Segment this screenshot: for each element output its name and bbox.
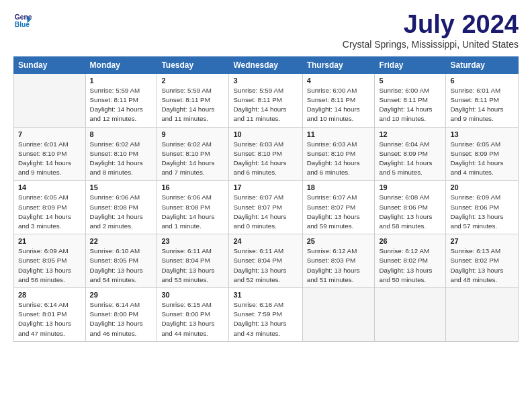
- day-info: Sunrise: 6:02 AM Sunset: 8:10 PM Dayligh…: [161, 140, 224, 178]
- cell-w1-d7: 6Sunrise: 6:01 AM Sunset: 8:11 PM Daylig…: [446, 73, 519, 127]
- day-info: Sunrise: 6:05 AM Sunset: 8:09 PM Dayligh…: [18, 193, 81, 231]
- day-number: 15: [90, 183, 153, 191]
- cell-w1-d1: [14, 73, 86, 127]
- day-number: 28: [18, 291, 81, 299]
- cell-w3-d6: 19Sunrise: 6:08 AM Sunset: 8:06 PM Dayli…: [375, 181, 446, 234]
- day-info: Sunrise: 6:00 AM Sunset: 8:11 PM Dayligh…: [379, 86, 441, 124]
- cell-w5-d1: 28Sunrise: 6:14 AM Sunset: 8:01 PM Dayli…: [14, 288, 86, 342]
- cell-w2-d3: 9Sunrise: 6:02 AM Sunset: 8:10 PM Daylig…: [157, 127, 229, 181]
- day-number: 10: [233, 130, 298, 138]
- day-number: 21: [18, 237, 81, 245]
- col-header-friday: Friday: [375, 56, 446, 73]
- day-number: 22: [90, 237, 153, 245]
- day-number: 30: [161, 291, 224, 299]
- day-number: 6: [450, 77, 514, 85]
- day-info: Sunrise: 6:12 AM Sunset: 8:03 PM Dayligh…: [307, 246, 371, 285]
- header-row: SundayMondayTuesdayWednesdayThursdayFrid…: [14, 56, 519, 73]
- week-row-5: 28Sunrise: 6:14 AM Sunset: 8:01 PM Dayli…: [14, 288, 519, 342]
- cell-w4-d1: 21Sunrise: 6:09 AM Sunset: 8:05 PM Dayli…: [14, 234, 86, 288]
- day-info: Sunrise: 6:09 AM Sunset: 8:06 PM Dayligh…: [450, 193, 514, 231]
- day-number: 7: [18, 130, 81, 138]
- day-number: 11: [307, 130, 371, 138]
- cell-w1-d4: 3Sunrise: 5:59 AM Sunset: 8:11 PM Daylig…: [229, 73, 302, 127]
- cell-w4-d6: 26Sunrise: 6:12 AM Sunset: 8:02 PM Dayli…: [375, 234, 446, 288]
- day-number: 2: [161, 77, 224, 85]
- cell-w3-d1: 14Sunrise: 6:05 AM Sunset: 8:09 PM Dayli…: [14, 181, 86, 234]
- day-info: Sunrise: 6:16 AM Sunset: 7:59 PM Dayligh…: [233, 300, 298, 338]
- cell-w4-d4: 24Sunrise: 6:11 AM Sunset: 8:04 PM Dayli…: [229, 234, 302, 288]
- cell-w5-d6: [375, 288, 446, 342]
- day-number: 5: [379, 77, 441, 85]
- day-number: 17: [233, 183, 298, 191]
- day-info: Sunrise: 5:59 AM Sunset: 8:11 PM Dayligh…: [90, 86, 153, 124]
- day-info: Sunrise: 6:13 AM Sunset: 8:02 PM Dayligh…: [450, 246, 514, 285]
- col-header-saturday: Saturday: [446, 56, 519, 73]
- cell-w1-d5: 4Sunrise: 6:00 AM Sunset: 8:11 PM Daylig…: [302, 73, 375, 127]
- day-number: 18: [307, 183, 371, 191]
- day-info: Sunrise: 6:15 AM Sunset: 8:00 PM Dayligh…: [161, 300, 224, 338]
- cell-w1-d6: 5Sunrise: 6:00 AM Sunset: 8:11 PM Daylig…: [375, 73, 446, 127]
- cell-w2-d5: 11Sunrise: 6:03 AM Sunset: 8:10 PM Dayli…: [302, 127, 375, 181]
- cell-w2-d6: 12Sunrise: 6:04 AM Sunset: 8:09 PM Dayli…: [375, 127, 446, 181]
- day-info: Sunrise: 6:14 AM Sunset: 8:00 PM Dayligh…: [90, 300, 153, 338]
- month-title: July 2024: [343, 11, 519, 39]
- day-info: Sunrise: 6:11 AM Sunset: 8:04 PM Dayligh…: [161, 246, 224, 285]
- cell-w5-d5: [302, 288, 375, 342]
- day-info: Sunrise: 6:06 AM Sunset: 8:08 PM Dayligh…: [90, 193, 153, 231]
- day-number: 24: [233, 237, 298, 245]
- col-header-tuesday: Tuesday: [157, 56, 229, 73]
- day-number: 12: [379, 130, 441, 138]
- col-header-wednesday: Wednesday: [229, 56, 302, 73]
- day-number: 8: [90, 130, 153, 138]
- col-header-sunday: Sunday: [14, 56, 86, 73]
- week-row-2: 7Sunrise: 6:01 AM Sunset: 8:10 PM Daylig…: [14, 127, 519, 181]
- day-info: Sunrise: 5:59 AM Sunset: 8:11 PM Dayligh…: [161, 86, 224, 124]
- day-number: 29: [90, 291, 153, 299]
- day-info: Sunrise: 6:07 AM Sunset: 8:07 PM Dayligh…: [233, 193, 298, 231]
- day-info: Sunrise: 6:02 AM Sunset: 8:10 PM Dayligh…: [90, 140, 153, 178]
- day-number: 4: [307, 77, 371, 85]
- cell-w4-d7: 27Sunrise: 6:13 AM Sunset: 8:02 PM Dayli…: [446, 234, 519, 288]
- day-info: Sunrise: 6:03 AM Sunset: 8:10 PM Dayligh…: [233, 140, 298, 178]
- day-info: Sunrise: 6:08 AM Sunset: 8:06 PM Dayligh…: [379, 193, 441, 231]
- day-number: 3: [233, 77, 298, 85]
- day-number: 19: [379, 183, 441, 191]
- day-number: 16: [161, 183, 224, 191]
- day-number: 31: [233, 291, 298, 299]
- cell-w2-d1: 7Sunrise: 6:01 AM Sunset: 8:10 PM Daylig…: [14, 127, 86, 181]
- cell-w4-d3: 23Sunrise: 6:11 AM Sunset: 8:04 PM Dayli…: [157, 234, 229, 288]
- day-info: Sunrise: 6:11 AM Sunset: 8:04 PM Dayligh…: [233, 246, 298, 285]
- day-number: 9: [161, 130, 224, 138]
- day-info: Sunrise: 6:10 AM Sunset: 8:05 PM Dayligh…: [90, 246, 153, 285]
- day-number: 1: [90, 77, 153, 85]
- cell-w3-d2: 15Sunrise: 6:06 AM Sunset: 8:08 PM Dayli…: [85, 181, 157, 234]
- cell-w4-d5: 25Sunrise: 6:12 AM Sunset: 8:03 PM Dayli…: [302, 234, 375, 288]
- day-info: Sunrise: 6:05 AM Sunset: 8:09 PM Dayligh…: [450, 140, 514, 178]
- day-info: Sunrise: 5:59 AM Sunset: 8:11 PM Dayligh…: [233, 86, 298, 124]
- cell-w2-d7: 13Sunrise: 6:05 AM Sunset: 8:09 PM Dayli…: [446, 127, 519, 181]
- cell-w5-d4: 31Sunrise: 6:16 AM Sunset: 7:59 PM Dayli…: [229, 288, 302, 342]
- calendar-table: SundayMondayTuesdayWednesdayThursdayFrid…: [13, 56, 519, 342]
- cell-w5-d3: 30Sunrise: 6:15 AM Sunset: 8:00 PM Dayli…: [157, 288, 229, 342]
- week-row-1: 1Sunrise: 5:59 AM Sunset: 8:11 PM Daylig…: [14, 73, 519, 127]
- day-info: Sunrise: 6:07 AM Sunset: 8:07 PM Dayligh…: [307, 193, 371, 231]
- week-row-3: 14Sunrise: 6:05 AM Sunset: 8:09 PM Dayli…: [14, 181, 519, 234]
- day-number: 23: [161, 237, 224, 245]
- col-header-thursday: Thursday: [302, 56, 375, 73]
- day-number: 13: [450, 130, 514, 138]
- day-number: 14: [18, 183, 81, 191]
- day-info: Sunrise: 6:01 AM Sunset: 8:10 PM Dayligh…: [18, 140, 81, 178]
- day-info: Sunrise: 6:01 AM Sunset: 8:11 PM Dayligh…: [450, 86, 514, 124]
- cell-w5-d2: 29Sunrise: 6:14 AM Sunset: 8:00 PM Dayli…: [85, 288, 157, 342]
- day-number: 27: [450, 237, 514, 245]
- day-info: Sunrise: 6:09 AM Sunset: 8:05 PM Dayligh…: [18, 246, 81, 285]
- cell-w2-d2: 8Sunrise: 6:02 AM Sunset: 8:10 PM Daylig…: [85, 127, 157, 181]
- day-info: Sunrise: 6:12 AM Sunset: 8:02 PM Dayligh…: [379, 246, 441, 285]
- week-row-4: 21Sunrise: 6:09 AM Sunset: 8:05 PM Dayli…: [14, 234, 519, 288]
- col-header-monday: Monday: [85, 56, 157, 73]
- page: General Blue July 2024 Crystal Springs, …: [0, 0, 532, 350]
- day-info: Sunrise: 6:00 AM Sunset: 8:11 PM Dayligh…: [307, 86, 371, 124]
- cell-w5-d7: [446, 288, 519, 342]
- logo: General Blue: [13, 11, 32, 30]
- cell-w3-d7: 20Sunrise: 6:09 AM Sunset: 8:06 PM Dayli…: [446, 181, 519, 234]
